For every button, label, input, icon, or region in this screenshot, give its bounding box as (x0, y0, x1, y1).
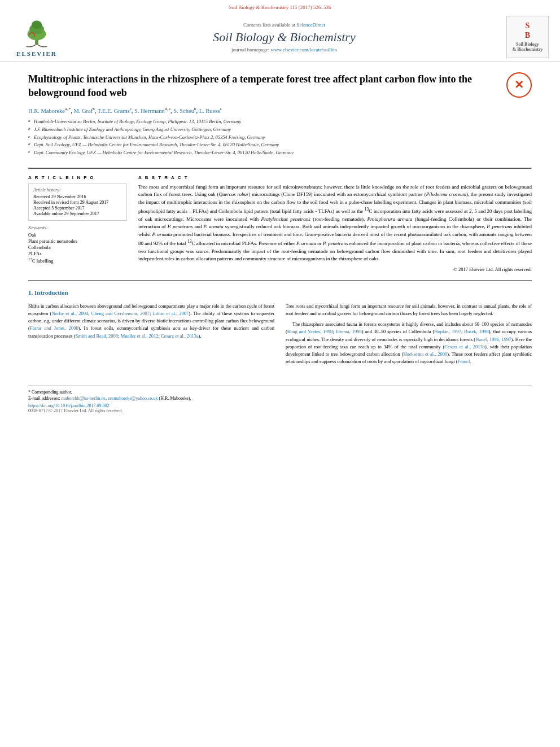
ref-ettema[interactable]: Ettema, 1998 (336, 329, 362, 334)
keyword-1: Oak (28, 232, 127, 238)
ref-farrar[interactable]: Farrar and Jones, 2000 (30, 325, 78, 331)
keywords-section: Keywords: Oak Plant parasitic nematodes … (28, 225, 127, 264)
journal-center: Contents lists available at ScienceDirec… (62, 22, 506, 53)
author-graf[interactable]: M. Graf (73, 107, 93, 113)
svg-point-3 (32, 20, 42, 29)
ref-norby[interactable]: Norby et al., 2004 (51, 311, 88, 316)
received-revised-date: Received in revised form 29 August 2017 (33, 200, 122, 205)
abstract-col: A B S T R A C T Tree roots and mycorrhiz… (138, 175, 532, 272)
history-label: Article history: (33, 187, 122, 193)
ref-hoeksema[interactable]: Hoeksema et al., 2000 (403, 351, 447, 357)
intro-heading-wrapper: 1. Introduction (0, 286, 560, 303)
sciencedirect-link[interactable]: ScienceDirect (297, 22, 325, 28)
intro-left-para: Shifts in carbon allocation between abov… (28, 303, 274, 340)
crossmark-badge: ✕ (506, 72, 532, 98)
issn-line: 0038-0717/© 2017 Elsevier Ltd. All right… (28, 408, 532, 413)
homepage-url[interactable]: www.elsevier.com/locate/soilbio (271, 47, 337, 53)
author-maboreke[interactable]: H.R. Maboreke (28, 107, 65, 113)
intro-right-para2: The rhizosphere associated fauna in fore… (286, 321, 532, 365)
ref-francl[interactable]: Francl, (458, 359, 471, 364)
copyright-line: © 2017 Elsevier Ltd. All rights reserved… (138, 267, 532, 272)
ref-boag[interactable]: Boag and Yeates, 1998 (287, 329, 333, 334)
footnote-corresponding: * Corresponding author. (28, 390, 532, 395)
journal-ref: Soil Biology & Biochemistry 115 (2017) 5… (11, 5, 549, 10)
elsevier-wordmark: ELSEVIER (16, 50, 57, 57)
article-info-heading: A R T I C L E I N F O (28, 175, 127, 180)
intro-body: Shifts in carbon allocation between abov… (0, 303, 560, 369)
ref-hopkin[interactable]: Hopkin, 1997 (434, 329, 461, 334)
ref-cheng[interactable]: Cheng and Gershenson, 2007 (91, 311, 150, 316)
intro-divider (28, 280, 532, 281)
intro-right-para1: Tree roots and mycorrhizal fungi form an… (286, 303, 532, 317)
keyword-5: 13C labelling (28, 257, 127, 264)
article-info-abstract: A R T I C L E I N F O Article history: R… (0, 175, 560, 272)
available-date: Available online 29 September 2017 (33, 211, 122, 216)
abstract-text: Tree roots and mycorrhizal fungi form an… (138, 184, 532, 263)
email-link-2[interactable]: zeemaboreke@yahoo.co.uk (108, 396, 158, 401)
keyword-2: Plant parasitic nematodes (28, 238, 127, 244)
journal-header: Soil Biology & Biochemistry 115 (2017) 5… (0, 0, 560, 62)
sb-logo-text: S B Soil Biology& Biochemistry (513, 21, 543, 53)
authors-line: H.R. Maborekea, *, M. Grafb, T.E.E. Gram… (28, 107, 532, 114)
section-divider (28, 168, 532, 169)
received-date: Received 29 November 2016 (33, 194, 122, 199)
intro-left-col: Shifts in carbon allocation between abov… (28, 303, 274, 369)
intro-right-col: Tree roots and mycorrhizal fungi form an… (286, 303, 532, 369)
ref-cesarz-b[interactable]: Cesarz et al., 2013b (444, 344, 485, 350)
sb-logo: S B Soil Biology& Biochemistry (506, 16, 549, 58)
abstract-heading: A B S T R A C T (138, 175, 532, 180)
doi-link[interactable]: https://doi.org/10.1016/j.soilbio.2017.0… (28, 403, 109, 408)
page-wrapper: Soil Biology & Biochemistry 115 (2017) 5… (0, 0, 560, 413)
author-ruess[interactable]: L. Ruess (199, 107, 220, 113)
accepted-date: Accepted 5 September 2017 (33, 206, 122, 211)
author-herrmann[interactable]: S. Herrmann (134, 107, 165, 113)
journal-homepage: journal homepage: www.elsevier.com/locat… (62, 47, 506, 53)
ref-litton[interactable]: Litton et al., 2007 (153, 311, 189, 316)
article-title-section: Multitrophic interactions in the rhizosp… (0, 62, 560, 168)
affiliations: a Humboldt-Universität zu Berlin, Instit… (28, 118, 532, 156)
keywords-label: Keywords: (28, 225, 127, 230)
elsevier-tree-icon (17, 18, 56, 49)
article-info-col: A R T I C L E I N F O Article history: R… (28, 175, 127, 272)
keyword-4: PLFAs (28, 251, 127, 256)
email-link-1[interactable]: maborekh@hu-berlin.de (62, 396, 106, 401)
intro-section-title: 1. Introduction (28, 289, 532, 296)
ref-smith[interactable]: Smith and Read, 2008 (76, 333, 119, 339)
doi-line: https://doi.org/10.1016/j.soilbio.2017.0… (28, 403, 532, 408)
article-history-box: Article history: Received 29 November 20… (28, 184, 127, 221)
ref-rusek[interactable]: Rusek, 1998 (464, 329, 488, 334)
ref-mueller[interactable]: Mueller et al., 2012 (121, 333, 159, 339)
journal-title: Soil Biology & Biochemistry (62, 30, 506, 45)
crossmark-icon: ✕ (514, 77, 524, 93)
elsevier-logo: ELSEVIER (11, 18, 62, 57)
keyword-3: Collembola (28, 244, 127, 250)
article-title: Multitrophic interactions in the rhizosp… (28, 72, 532, 100)
contents-line: Contents lists available at ScienceDirec… (62, 22, 506, 28)
footnote-email: E-mail addresses: maborekh@hu-berlin.de,… (28, 396, 532, 401)
ref-hanel[interactable]: Hanel, 1996, 1997 (475, 337, 511, 342)
footnotes-area: * Corresponding author. E-mail addresses… (28, 386, 532, 413)
ref-cesarz-a[interactable]: Cesarz et al., 2013a (161, 333, 199, 339)
author-grams[interactable]: T.E.E. Grams (98, 107, 130, 113)
author-scheu[interactable]: S. Scheu (173, 107, 194, 113)
